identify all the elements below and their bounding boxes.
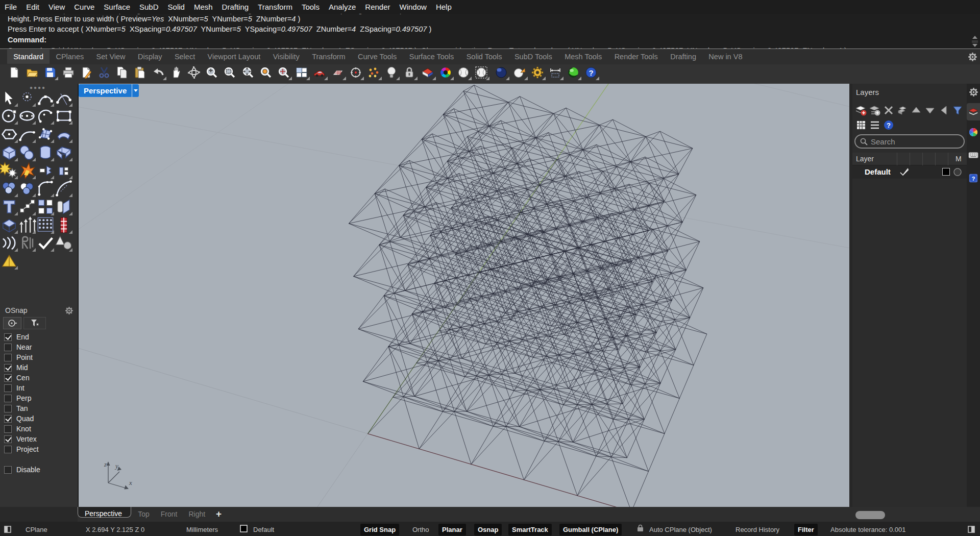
- svg-text:?: ?: [589, 68, 593, 77]
- svg-text:?: ?: [972, 176, 975, 182]
- svg-text:z: z: [104, 460, 107, 468]
- svg-text:y: y: [114, 462, 118, 470]
- svg-text:?: ?: [887, 121, 891, 129]
- svg-text:x: x: [129, 479, 132, 486]
